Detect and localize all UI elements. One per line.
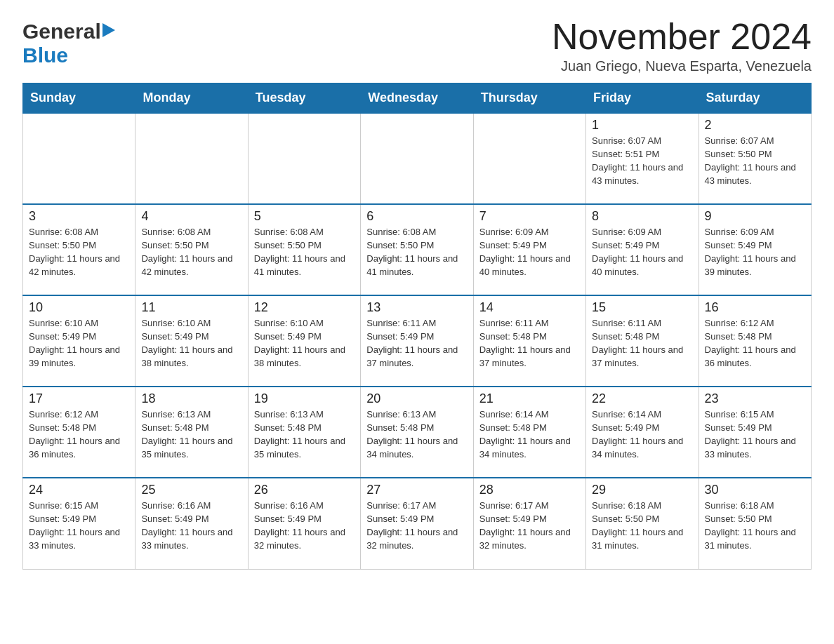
day-number: 25 [141, 483, 241, 497]
day-number: 27 [366, 483, 467, 497]
table-row: 23Sunrise: 6:15 AMSunset: 5:49 PMDayligh… [699, 387, 811, 478]
day-number: 1 [592, 118, 692, 133]
page-header: General Blue November 2024 Juan Griego, … [22, 17, 812, 74]
day-info: Sunrise: 6:17 AMSunset: 5:49 PMDaylight:… [366, 499, 467, 552]
day-info: Sunrise: 6:07 AMSunset: 5:50 PMDaylight:… [705, 135, 805, 187]
day-info: Sunrise: 6:13 AMSunset: 5:48 PMDaylight:… [141, 408, 241, 461]
day-info: Sunrise: 6:11 AMSunset: 5:49 PMDaylight:… [366, 317, 467, 370]
day-number: 10 [29, 300, 129, 315]
day-info: Sunrise: 6:12 AMSunset: 5:48 PMDaylight:… [29, 408, 129, 461]
day-info: Sunrise: 6:10 AMSunset: 5:49 PMDaylight:… [254, 317, 355, 370]
table-row: 14Sunrise: 6:11 AMSunset: 5:48 PMDayligh… [473, 295, 585, 387]
logo-general-text: General [22, 20, 101, 43]
header-friday: Friday [586, 83, 699, 114]
day-info: Sunrise: 6:09 AMSunset: 5:49 PMDaylight:… [479, 226, 580, 279]
day-number: 2 [705, 118, 805, 133]
day-number: 19 [254, 391, 355, 406]
day-info: Sunrise: 6:09 AMSunset: 5:49 PMDaylight:… [592, 226, 692, 279]
table-row [473, 113, 585, 204]
day-info: Sunrise: 6:18 AMSunset: 5:50 PMDaylight:… [592, 499, 692, 552]
logo-blue-text: Blue [22, 43, 68, 67]
svg-marker-0 [102, 23, 115, 37]
day-number: 13 [366, 300, 467, 315]
table-row: 21Sunrise: 6:14 AMSunset: 5:48 PMDayligh… [473, 387, 585, 478]
table-row: 2Sunrise: 6:07 AMSunset: 5:50 PMDaylight… [699, 113, 811, 204]
day-info: Sunrise: 6:15 AMSunset: 5:49 PMDaylight:… [705, 408, 805, 461]
table-row: 22Sunrise: 6:14 AMSunset: 5:49 PMDayligh… [586, 387, 699, 478]
location-subtitle: Juan Griego, Nueva Esparta, Venezuela [552, 58, 812, 74]
day-info: Sunrise: 6:17 AMSunset: 5:49 PMDaylight:… [479, 499, 580, 552]
table-row: 4Sunrise: 6:08 AMSunset: 5:50 PMDaylight… [135, 204, 248, 295]
table-row [361, 113, 473, 204]
table-row: 29Sunrise: 6:18 AMSunset: 5:50 PMDayligh… [586, 478, 699, 569]
day-number: 17 [29, 391, 129, 406]
header-sunday: Sunday [23, 83, 135, 114]
calendar-week-3: 10Sunrise: 6:10 AMSunset: 5:49 PMDayligh… [23, 295, 812, 387]
table-row: 17Sunrise: 6:12 AMSunset: 5:48 PMDayligh… [23, 387, 135, 478]
day-number: 20 [366, 391, 467, 406]
day-number: 29 [592, 483, 692, 497]
table-row: 10Sunrise: 6:10 AMSunset: 5:49 PMDayligh… [23, 295, 135, 387]
table-row: 13Sunrise: 6:11 AMSunset: 5:49 PMDayligh… [361, 295, 473, 387]
day-number: 9 [705, 209, 805, 224]
day-info: Sunrise: 6:16 AMSunset: 5:49 PMDaylight:… [254, 499, 355, 552]
day-info: Sunrise: 6:12 AMSunset: 5:48 PMDaylight:… [705, 317, 805, 370]
header-thursday: Thursday [473, 83, 585, 114]
table-row: 20Sunrise: 6:13 AMSunset: 5:48 PMDayligh… [361, 387, 473, 478]
day-number: 12 [254, 300, 355, 315]
table-row: 27Sunrise: 6:17 AMSunset: 5:49 PMDayligh… [361, 478, 473, 569]
logo: General Blue [22, 20, 115, 67]
table-row [23, 113, 135, 204]
day-number: 16 [705, 300, 805, 315]
table-row: 12Sunrise: 6:10 AMSunset: 5:49 PMDayligh… [248, 295, 360, 387]
header-saturday: Saturday [699, 83, 811, 114]
table-row: 30Sunrise: 6:18 AMSunset: 5:50 PMDayligh… [699, 478, 811, 569]
day-number: 4 [141, 209, 241, 224]
table-row: 5Sunrise: 6:08 AMSunset: 5:50 PMDaylight… [248, 204, 360, 295]
table-row [248, 113, 360, 204]
day-info: Sunrise: 6:07 AMSunset: 5:51 PMDaylight:… [592, 135, 692, 187]
table-row: 28Sunrise: 6:17 AMSunset: 5:49 PMDayligh… [473, 478, 585, 569]
day-number: 22 [592, 391, 692, 406]
title-block: November 2024 Juan Griego, Nueva Esparta… [552, 17, 812, 74]
day-info: Sunrise: 6:08 AMSunset: 5:50 PMDaylight:… [366, 226, 467, 279]
day-number: 14 [479, 300, 580, 315]
table-row: 3Sunrise: 6:08 AMSunset: 5:50 PMDaylight… [23, 204, 135, 295]
table-row: 7Sunrise: 6:09 AMSunset: 5:49 PMDaylight… [473, 204, 585, 295]
header-wednesday: Wednesday [361, 83, 473, 114]
day-number: 26 [254, 483, 355, 497]
day-number: 23 [705, 391, 805, 406]
day-number: 7 [479, 209, 580, 224]
logo-triangle-icon [102, 23, 115, 37]
day-info: Sunrise: 6:14 AMSunset: 5:49 PMDaylight:… [592, 408, 692, 461]
table-row: 6Sunrise: 6:08 AMSunset: 5:50 PMDaylight… [361, 204, 473, 295]
day-number: 21 [479, 391, 580, 406]
page-title: November 2024 [552, 17, 812, 57]
day-info: Sunrise: 6:11 AMSunset: 5:48 PMDaylight:… [592, 317, 692, 370]
calendar-week-5: 24Sunrise: 6:15 AMSunset: 5:49 PMDayligh… [23, 478, 812, 569]
day-number: 28 [479, 483, 580, 497]
day-info: Sunrise: 6:11 AMSunset: 5:48 PMDaylight:… [479, 317, 580, 370]
table-row: 25Sunrise: 6:16 AMSunset: 5:49 PMDayligh… [135, 478, 248, 569]
day-number: 18 [141, 391, 241, 406]
day-info: Sunrise: 6:08 AMSunset: 5:50 PMDaylight:… [29, 226, 129, 279]
day-number: 3 [29, 209, 129, 224]
day-info: Sunrise: 6:09 AMSunset: 5:49 PMDaylight:… [705, 226, 805, 279]
day-info: Sunrise: 6:13 AMSunset: 5:48 PMDaylight:… [254, 408, 355, 461]
table-row: 15Sunrise: 6:11 AMSunset: 5:48 PMDayligh… [586, 295, 699, 387]
table-row: 1Sunrise: 6:07 AMSunset: 5:51 PMDaylight… [586, 113, 699, 204]
day-info: Sunrise: 6:16 AMSunset: 5:49 PMDaylight:… [141, 499, 241, 552]
day-info: Sunrise: 6:13 AMSunset: 5:48 PMDaylight:… [366, 408, 467, 461]
table-row: 8Sunrise: 6:09 AMSunset: 5:49 PMDaylight… [586, 204, 699, 295]
calendar-table: Sunday Monday Tuesday Wednesday Thursday… [22, 83, 812, 570]
table-row: 24Sunrise: 6:15 AMSunset: 5:49 PMDayligh… [23, 478, 135, 569]
table-row [135, 113, 248, 204]
header-monday: Monday [135, 83, 248, 114]
day-number: 6 [366, 209, 467, 224]
day-number: 24 [29, 483, 129, 497]
table-row: 26Sunrise: 6:16 AMSunset: 5:49 PMDayligh… [248, 478, 360, 569]
day-info: Sunrise: 6:10 AMSunset: 5:49 PMDaylight:… [29, 317, 129, 370]
day-info: Sunrise: 6:08 AMSunset: 5:50 PMDaylight:… [141, 226, 241, 279]
table-row: 18Sunrise: 6:13 AMSunset: 5:48 PMDayligh… [135, 387, 248, 478]
header-tuesday: Tuesday [248, 83, 360, 114]
